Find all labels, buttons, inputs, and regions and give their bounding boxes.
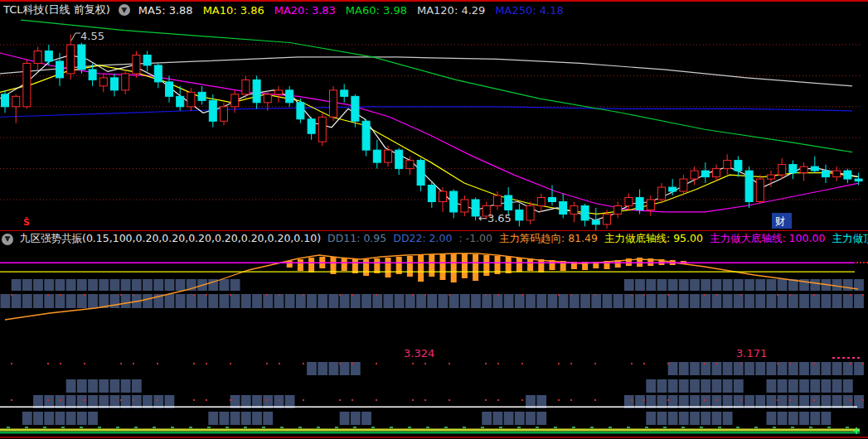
indicator-legend-item-5: 主力做大底轴线: 100.00: [710, 232, 825, 246]
indicator-panel[interactable]: 3.3243.171: [0, 246, 868, 437]
window-bottom-border: [0, 437, 868, 438]
main-chart-header: TCL科技(日线 前复权) ▼ MA5: 3.88MA10: 3.86MA20:…: [0, 2, 868, 18]
svg-text:←3.65: ←3.65: [478, 212, 512, 224]
panel-separator: [0, 230, 868, 231]
indicator-legend-item-1: DD22: 2.00: [393, 232, 452, 246]
indicator-legend-item-6: 主力做顶轴线: 0.00: [832, 232, 868, 246]
indicator-header: ▼ 九区强势共振(0.15,100,0.20,0.20,0.20,0.20,0.…: [0, 232, 868, 246]
svg-text:财: 财: [775, 215, 785, 227]
ma-legend-item-4: MA120: 4.29: [417, 4, 485, 17]
indicator-legend-item-0: DD11: 0.95: [327, 232, 386, 246]
ma-legend-item-3: MA60: 3.98: [346, 4, 407, 17]
indicator-title: 九区强势共振(0.15,100,0.20,0.20,0.20,0.20,0.20…: [20, 232, 321, 246]
ma-legend-item-2: MA20: 3.83: [274, 4, 336, 17]
chevron-down-icon[interactable]: ▼: [119, 4, 130, 16]
ma-legend-item-0: MA5: 3.88: [138, 4, 193, 17]
stock-app-window: TCL科技(日线 前复权) ▼ MA5: 3.88MA10: 3.86MA20:…: [0, 0, 868, 439]
indicator-legend: DD11: 0.95DD22: 2.00: -1.00主力筹码趋向: 81.49…: [327, 232, 868, 246]
svg-text:4.55: 4.55: [80, 30, 104, 42]
window-title: TCL科技(日线 前复权): [3, 2, 110, 17]
chevron-down-icon[interactable]: ▼: [2, 234, 13, 245]
indicator-legend-item-2: : -1.00: [458, 232, 492, 246]
main-candlestick-chart[interactable]: 4.55←3.65Ŝ财: [0, 18, 868, 230]
ma-legend: MA5: 3.88MA10: 3.86MA20: 3.83MA60: 3.98M…: [138, 4, 564, 17]
ma-legend-item-5: MA250: 4.18: [495, 4, 563, 17]
indicator-legend-item-4: 主力做底轴线: 95.00: [604, 232, 703, 246]
ma-legend-item-1: MA10: 3.86: [203, 4, 264, 17]
svg-text:3.324: 3.324: [404, 347, 434, 359]
svg-text:3.171: 3.171: [736, 347, 767, 359]
svg-text:Ŝ: Ŝ: [23, 217, 30, 228]
indicator-legend-item-3: 主力筹码趋向: 81.49: [499, 232, 598, 246]
